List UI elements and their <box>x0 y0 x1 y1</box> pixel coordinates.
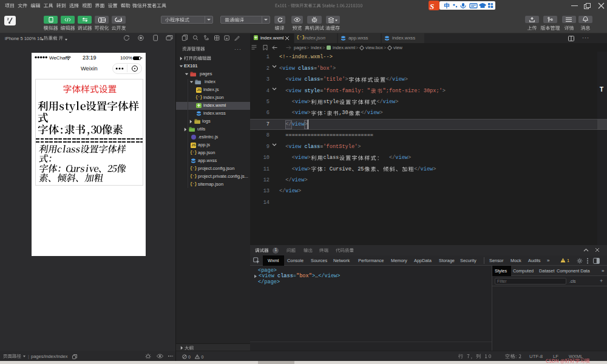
svg-text:0: 0 <box>202 354 204 359</box>
svg-text:0: 0 <box>188 354 191 359</box>
